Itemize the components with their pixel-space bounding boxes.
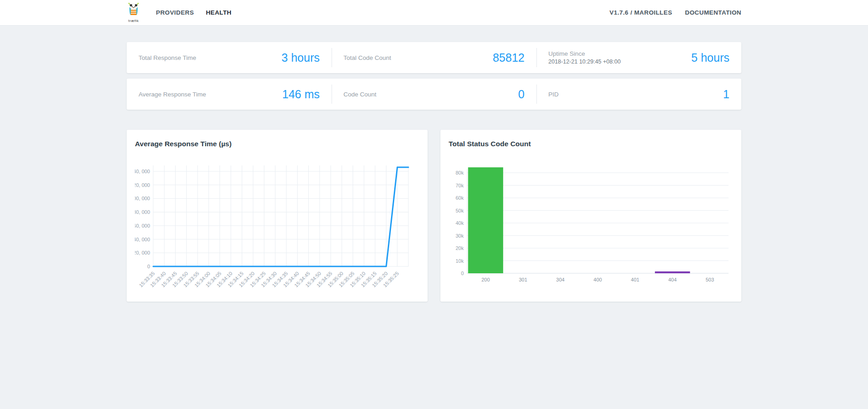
svg-text:50k: 50k <box>455 208 464 213</box>
svg-text:80, 000: 80, 000 <box>135 209 150 215</box>
avg-response-time-line-chart: 020, 00040, 00060, 00080, 000100, 000120… <box>135 159 418 297</box>
stat-code-count: Code Count 0 <box>332 79 536 110</box>
stat-uptime-since: Uptime Since 2018-12-21 10:29:45 +08:00 … <box>536 42 741 73</box>
stat-pid: PID 1 <box>536 79 741 110</box>
svg-text:20k: 20k <box>455 245 464 251</box>
stat-label: Code Count <box>343 91 376 98</box>
svg-text:70k: 70k <box>455 183 464 188</box>
stat-value: 85812 <box>493 51 525 64</box>
svg-text:120, 000: 120, 000 <box>135 182 150 188</box>
svg-text:20, 000: 20, 000 <box>135 250 150 255</box>
svg-text:0: 0 <box>147 264 150 269</box>
svg-text:503: 503 <box>706 277 714 282</box>
chart-title: Total Status Code Count <box>449 140 733 148</box>
svg-text:100, 000: 100, 000 <box>135 196 150 201</box>
stat-label: Total Code Count <box>343 54 391 61</box>
top-navbar: træfik PROVIDERS HEALTH V1.7.6 / MAROILL… <box>0 0 868 26</box>
avg-response-time-chart-card: Average Response Time (µs) 020, 00040, 0… <box>127 130 428 302</box>
nav-item-health[interactable]: HEALTH <box>206 9 231 16</box>
stat-value: 1 <box>723 88 729 101</box>
stat-label: PID <box>548 91 559 98</box>
svg-text:400: 400 <box>594 277 602 282</box>
svg-text:80k: 80k <box>455 170 464 175</box>
nav-item-providers[interactable]: PROVIDERS <box>156 9 194 16</box>
svg-text:0: 0 <box>461 271 464 276</box>
stat-value: 146 ms <box>282 88 320 101</box>
svg-text:60k: 60k <box>455 195 464 201</box>
stat-total-response-time: Total Response Time 3 hours <box>127 42 332 73</box>
status-code-chart-card: Total Status Code Count 010k20k30k40k50k… <box>440 130 741 302</box>
documentation-link[interactable]: DOCUMENTATION <box>685 9 741 16</box>
svg-text:401: 401 <box>631 277 639 282</box>
svg-text:60, 000: 60, 000 <box>135 223 150 228</box>
stat-average-response-time: Average Response Time 146 ms <box>127 79 332 110</box>
stat-label: Total Response Time <box>139 54 196 61</box>
traefik-logo[interactable]: træfik <box>127 3 140 23</box>
traefik-mascot-icon <box>127 3 140 18</box>
svg-text:200: 200 <box>482 277 490 282</box>
svg-text:40k: 40k <box>455 220 464 226</box>
stat-value: 0 <box>518 88 525 101</box>
svg-text:30k: 30k <box>455 233 464 239</box>
main-content: Total Response Time 3 hours Total Code C… <box>127 26 741 302</box>
stat-label: Uptime Since 2018-12-21 10:29:45 +08:00 <box>548 50 621 65</box>
charts-row: Average Response Time (µs) 020, 00040, 0… <box>127 130 741 302</box>
stat-total-code-count: Total Code Count 85812 <box>332 42 536 73</box>
stat-label: Average Response Time <box>139 91 206 98</box>
logo-wordmark: træfik <box>129 19 139 23</box>
svg-text:140, 000: 140, 000 <box>135 169 150 174</box>
stat-value: 3 hours <box>282 51 320 64</box>
svg-text:404: 404 <box>668 277 676 282</box>
version-link[interactable]: V1.7.6 / MAROILLES <box>610 9 672 16</box>
navbar-inner: træfik PROVIDERS HEALTH V1.7.6 / MAROILL… <box>127 0 741 25</box>
uptime-datetime: 2018-12-21 10:29:45 +08:00 <box>548 58 621 65</box>
chart-title: Average Response Time (µs) <box>135 140 419 148</box>
svg-text:10k: 10k <box>455 258 464 264</box>
stat-value: 5 hours <box>691 51 729 64</box>
status-code-bar-chart: 010k20k30k40k50k60k70k80k200301304400401… <box>449 159 732 297</box>
svg-text:304: 304 <box>556 277 564 282</box>
svg-text:40, 000: 40, 000 <box>135 237 150 242</box>
stats-card-row1: Total Response Time 3 hours Total Code C… <box>127 42 741 73</box>
svg-text:301: 301 <box>519 277 527 282</box>
stats-card-row2: Average Response Time 146 ms Code Count … <box>127 79 741 110</box>
